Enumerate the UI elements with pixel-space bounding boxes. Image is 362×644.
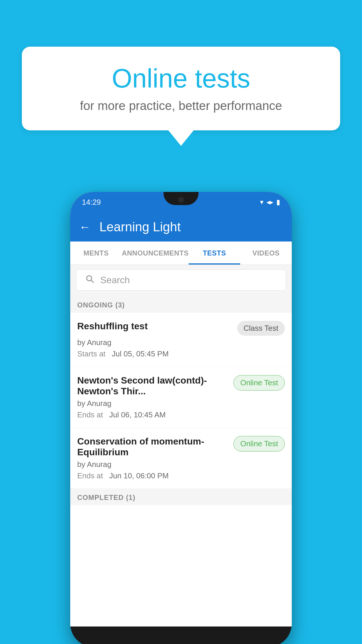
search-placeholder: Search <box>100 275 130 286</box>
test-name: Newton's Second law(contd)-Newton's Thir… <box>77 375 233 397</box>
tab-videos[interactable]: VIDEOS <box>240 242 292 265</box>
app-title: Learning Light <box>99 220 181 234</box>
completed-section-header: COMPLETED (1) <box>70 489 292 505</box>
ongoing-section-header: ONGOING (3) <box>70 295 292 313</box>
camera <box>178 197 184 203</box>
test-item-conservation[interactable]: Conservation of momentum-Equilibrium Onl… <box>70 428 292 489</box>
test-time: Starts at Jul 05, 05:45 PM <box>77 349 285 358</box>
svg-line-1 <box>91 280 94 283</box>
ongoing-label: ONGOING (3) <box>77 301 125 309</box>
tab-announcements[interactable]: ANNOUNCEMENTS <box>122 242 189 265</box>
status-icons: ▾ ◂▸ ▮ <box>260 198 280 206</box>
status-bar: 14:29 ▾ ◂▸ ▮ <box>70 192 292 212</box>
search-icon <box>85 274 94 286</box>
test-author: by Anurag <box>77 460 285 469</box>
test-badge-online: Online Test <box>233 436 285 452</box>
bubble-title: Online tests <box>42 64 320 93</box>
svg-point-0 <box>87 276 92 281</box>
test-item-newtons[interactable]: Newton's Second law(contd)-Newton's Thir… <box>70 367 292 428</box>
search-container: Search <box>70 265 292 295</box>
bubble-subtitle: for more practice, better performance <box>42 99 320 113</box>
test-name: Reshuffling test <box>77 321 237 332</box>
test-badge-online: Online Test <box>233 375 285 391</box>
time-label: Ends at <box>77 471 103 480</box>
tab-ments[interactable]: MENTS <box>70 242 122 265</box>
phone-notch <box>164 192 198 205</box>
bubble-tail <box>168 130 194 146</box>
test-item-header: Reshuffling test Class Test <box>77 321 285 336</box>
speech-bubble: Online tests for more practice, better p… <box>22 47 340 130</box>
time-value: Jun 10, 06:00 PM <box>109 471 169 480</box>
test-author: by Anurag <box>77 399 285 408</box>
test-list: Reshuffling test Class Test by Anurag St… <box>70 313 292 626</box>
battery-icon: ▮ <box>276 198 280 206</box>
phone-screen: 14:29 ▾ ◂▸ ▮ ← Learning Light MENTS ANNO… <box>70 192 292 626</box>
tabs-bar: MENTS ANNOUNCEMENTS TESTS VIDEOS <box>70 242 292 265</box>
tab-tests[interactable]: TESTS <box>189 242 240 265</box>
test-time: Ends at Jun 10, 06:00 PM <box>77 471 285 480</box>
test-author: by Anurag <box>77 338 285 347</box>
test-item-header: Conservation of momentum-Equilibrium Onl… <box>77 436 285 458</box>
status-time: 14:29 <box>82 198 101 207</box>
app-bar: ← Learning Light <box>70 212 292 242</box>
test-name: Conservation of momentum-Equilibrium <box>77 436 233 458</box>
time-label: Ends at <box>77 410 103 419</box>
signal-icon: ◂▸ <box>266 198 273 206</box>
time-value: Jul 06, 10:45 AM <box>109 410 166 419</box>
test-item-header: Newton's Second law(contd)-Newton's Thir… <box>77 375 285 397</box>
time-value: Jul 05, 05:45 PM <box>112 349 169 358</box>
phone-frame: 14:29 ▾ ◂▸ ▮ ← Learning Light MENTS ANNO… <box>70 192 292 644</box>
test-time: Ends at Jul 06, 10:45 AM <box>77 410 285 419</box>
test-badge-class: Class Test <box>237 321 285 336</box>
search-bar[interactable]: Search <box>76 270 286 290</box>
back-button[interactable]: ← <box>79 220 91 234</box>
wifi-icon: ▾ <box>260 198 263 206</box>
time-label: Starts at <box>77 349 106 358</box>
completed-label: COMPLETED (1) <box>77 494 136 501</box>
speech-bubble-section: Online tests for more practice, better p… <box>22 47 340 146</box>
test-item-reshuffling[interactable]: Reshuffling test Class Test by Anurag St… <box>70 313 292 367</box>
